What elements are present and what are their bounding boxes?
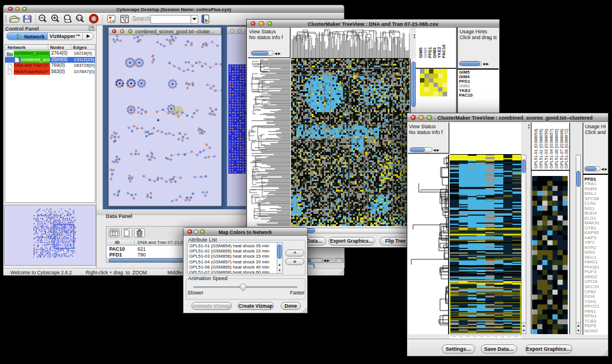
svg-text:PAC10: PAC10 xyxy=(441,44,446,58)
svg-text:GPL51-03 (GSM856): GPL51-03 (GSM856) xyxy=(544,129,549,168)
svg-text:b: b xyxy=(205,18,208,23)
svg-text:GPL51-08 (GSM872): GPL51-08 (GSM872) xyxy=(564,129,569,168)
svg-text:Search:: Search: xyxy=(132,16,152,22)
svg-text:GPL51-06 (GSM865): GPL51-06 (GSM865) xyxy=(554,129,559,168)
svg-text:GPL51-01 (GSM854): GPL51-01 (GSM854) xyxy=(533,129,538,168)
svg-text:GPL51-04 (GSM857): GPL51-04 (GSM857) xyxy=(549,129,554,168)
svg-text:GPL51-02 (GSM855): GPL51-02 (GSM855) xyxy=(538,129,544,168)
svg-text:GPL51-07 (GSM868): GPL51-07 (GSM868) xyxy=(559,129,564,168)
svg-text:1:1: 1:1 xyxy=(77,17,82,20)
